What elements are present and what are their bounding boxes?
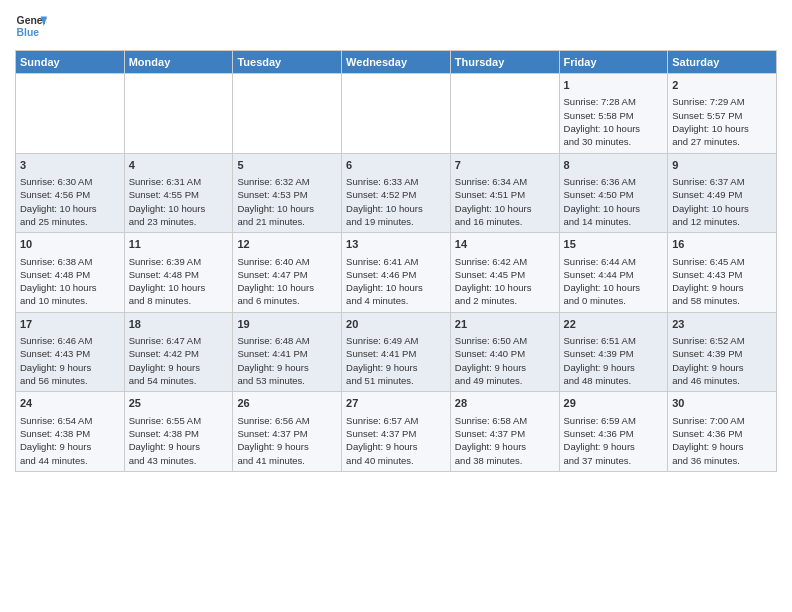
day-info: and 46 minutes. xyxy=(672,374,772,387)
week-row-3: 10Sunrise: 6:38 AMSunset: 4:48 PMDayligh… xyxy=(16,233,777,313)
day-info: Sunrise: 6:47 AM xyxy=(129,334,229,347)
day-info: Daylight: 9 hours xyxy=(129,440,229,453)
calendar-cell xyxy=(124,74,233,154)
day-info: Sunrise: 6:49 AM xyxy=(346,334,446,347)
day-info: and 43 minutes. xyxy=(129,454,229,467)
day-number: 20 xyxy=(346,317,446,332)
column-header-saturday: Saturday xyxy=(668,51,777,74)
day-info: Daylight: 10 hours xyxy=(346,202,446,215)
day-info: Daylight: 9 hours xyxy=(129,361,229,374)
day-number: 7 xyxy=(455,158,555,173)
calendar-cell xyxy=(16,74,125,154)
calendar-table: SundayMondayTuesdayWednesdayThursdayFrid… xyxy=(15,50,777,472)
day-info: Sunset: 4:48 PM xyxy=(20,268,120,281)
day-info: Sunset: 4:51 PM xyxy=(455,188,555,201)
day-info: and 0 minutes. xyxy=(564,294,664,307)
calendar-cell xyxy=(342,74,451,154)
day-number: 9 xyxy=(672,158,772,173)
day-info: Sunset: 4:49 PM xyxy=(672,188,772,201)
day-info: and 38 minutes. xyxy=(455,454,555,467)
day-info: Sunset: 4:40 PM xyxy=(455,347,555,360)
calendar-cell: 20Sunrise: 6:49 AMSunset: 4:41 PMDayligh… xyxy=(342,312,451,392)
calendar-cell: 17Sunrise: 6:46 AMSunset: 4:43 PMDayligh… xyxy=(16,312,125,392)
day-info: Sunset: 4:41 PM xyxy=(346,347,446,360)
day-info: Sunrise: 6:42 AM xyxy=(455,255,555,268)
day-number: 1 xyxy=(564,78,664,93)
day-info: Sunset: 4:46 PM xyxy=(346,268,446,281)
calendar-cell: 12Sunrise: 6:40 AMSunset: 4:47 PMDayligh… xyxy=(233,233,342,313)
day-info: Sunrise: 6:30 AM xyxy=(20,175,120,188)
day-info: Sunset: 5:57 PM xyxy=(672,109,772,122)
day-number: 23 xyxy=(672,317,772,332)
svg-text:Blue: Blue xyxy=(17,27,40,38)
day-info: Sunset: 4:50 PM xyxy=(564,188,664,201)
day-info: Daylight: 9 hours xyxy=(237,440,337,453)
calendar-cell: 28Sunrise: 6:58 AMSunset: 4:37 PMDayligh… xyxy=(450,392,559,472)
day-number: 18 xyxy=(129,317,229,332)
calendar-cell: 21Sunrise: 6:50 AMSunset: 4:40 PMDayligh… xyxy=(450,312,559,392)
day-info: and 6 minutes. xyxy=(237,294,337,307)
day-info: and 23 minutes. xyxy=(129,215,229,228)
day-info: Sunrise: 6:37 AM xyxy=(672,175,772,188)
day-number: 6 xyxy=(346,158,446,173)
day-info: Sunset: 4:53 PM xyxy=(237,188,337,201)
day-info: and 4 minutes. xyxy=(346,294,446,307)
day-info: Sunset: 4:55 PM xyxy=(129,188,229,201)
day-info: Sunrise: 6:31 AM xyxy=(129,175,229,188)
day-number: 29 xyxy=(564,396,664,411)
day-info: Daylight: 10 hours xyxy=(129,281,229,294)
day-info: Sunrise: 6:54 AM xyxy=(20,414,120,427)
day-info: Sunrise: 6:59 AM xyxy=(564,414,664,427)
day-info: and 8 minutes. xyxy=(129,294,229,307)
day-info: Daylight: 9 hours xyxy=(20,361,120,374)
day-info: Sunset: 4:56 PM xyxy=(20,188,120,201)
day-info: Sunset: 4:43 PM xyxy=(20,347,120,360)
calendar-cell: 24Sunrise: 6:54 AMSunset: 4:38 PMDayligh… xyxy=(16,392,125,472)
column-header-wednesday: Wednesday xyxy=(342,51,451,74)
day-number: 26 xyxy=(237,396,337,411)
day-number: 10 xyxy=(20,237,120,252)
day-info: Daylight: 10 hours xyxy=(129,202,229,215)
day-info: and 36 minutes. xyxy=(672,454,772,467)
calendar-cell: 19Sunrise: 6:48 AMSunset: 4:41 PMDayligh… xyxy=(233,312,342,392)
day-info: Sunrise: 6:38 AM xyxy=(20,255,120,268)
day-info: Daylight: 10 hours xyxy=(455,281,555,294)
day-info: Daylight: 10 hours xyxy=(346,281,446,294)
day-info: and 27 minutes. xyxy=(672,135,772,148)
calendar-cell: 29Sunrise: 6:59 AMSunset: 4:36 PMDayligh… xyxy=(559,392,668,472)
day-info: Sunrise: 6:48 AM xyxy=(237,334,337,347)
day-info: Daylight: 9 hours xyxy=(346,361,446,374)
calendar-cell: 4Sunrise: 6:31 AMSunset: 4:55 PMDaylight… xyxy=(124,153,233,233)
day-info: Daylight: 9 hours xyxy=(672,361,772,374)
day-info: Sunrise: 6:55 AM xyxy=(129,414,229,427)
day-number: 25 xyxy=(129,396,229,411)
day-info: Daylight: 9 hours xyxy=(346,440,446,453)
day-number: 16 xyxy=(672,237,772,252)
day-info: Sunset: 4:36 PM xyxy=(672,427,772,440)
day-info: Daylight: 10 hours xyxy=(564,281,664,294)
column-header-thursday: Thursday xyxy=(450,51,559,74)
column-header-friday: Friday xyxy=(559,51,668,74)
day-number: 12 xyxy=(237,237,337,252)
day-info: Sunrise: 6:56 AM xyxy=(237,414,337,427)
day-info: Sunrise: 7:00 AM xyxy=(672,414,772,427)
day-info: and 44 minutes. xyxy=(20,454,120,467)
day-info: Sunrise: 6:52 AM xyxy=(672,334,772,347)
day-number: 3 xyxy=(20,158,120,173)
day-number: 21 xyxy=(455,317,555,332)
day-info: Sunset: 4:37 PM xyxy=(237,427,337,440)
day-info: and 25 minutes. xyxy=(20,215,120,228)
day-info: Sunset: 4:44 PM xyxy=(564,268,664,281)
calendar-cell: 5Sunrise: 6:32 AMSunset: 4:53 PMDaylight… xyxy=(233,153,342,233)
column-header-monday: Monday xyxy=(124,51,233,74)
week-row-2: 3Sunrise: 6:30 AMSunset: 4:56 PMDaylight… xyxy=(16,153,777,233)
calendar-cell: 18Sunrise: 6:47 AMSunset: 4:42 PMDayligh… xyxy=(124,312,233,392)
calendar-header-row: SundayMondayTuesdayWednesdayThursdayFrid… xyxy=(16,51,777,74)
day-info: Sunrise: 6:46 AM xyxy=(20,334,120,347)
day-number: 2 xyxy=(672,78,772,93)
day-number: 24 xyxy=(20,396,120,411)
day-info: Daylight: 10 hours xyxy=(672,202,772,215)
calendar-cell: 25Sunrise: 6:55 AMSunset: 4:38 PMDayligh… xyxy=(124,392,233,472)
day-info: and 40 minutes. xyxy=(346,454,446,467)
day-info: Sunset: 4:38 PM xyxy=(129,427,229,440)
